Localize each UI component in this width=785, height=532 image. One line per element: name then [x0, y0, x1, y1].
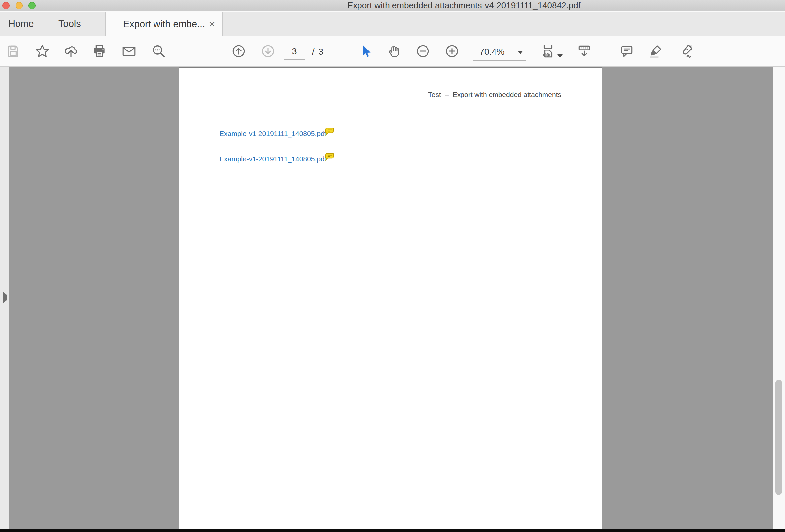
sticky-note-icon[interactable] — [325, 127, 335, 137]
fill-sign-button[interactable] — [677, 43, 694, 60]
printer-icon — [92, 44, 107, 60]
previous-page-button[interactable] — [230, 43, 247, 60]
email-button[interactable] — [121, 43, 138, 60]
star-icon — [35, 44, 50, 60]
scrolling-mode-icon — [577, 44, 592, 60]
minus-circle-icon — [415, 44, 430, 60]
page-count-label: / 3 — [312, 44, 324, 60]
page-scrolling-button[interactable] — [576, 43, 593, 60]
search-button[interactable] — [150, 43, 167, 60]
print-button[interactable] — [91, 43, 108, 60]
save-icon — [6, 44, 21, 60]
attachment-link[interactable]: Example-v1-20191111_140805.pdf — [220, 155, 334, 165]
page-number-input[interactable]: 3 — [283, 44, 305, 60]
fit-width-icon — [540, 44, 556, 60]
fill-sign-pen-icon — [678, 44, 693, 60]
hand-tool-button[interactable] — [386, 43, 403, 60]
plus-circle-icon — [444, 44, 459, 60]
comment-button[interactable] — [618, 43, 635, 60]
arrow-up-circle-icon — [231, 44, 246, 60]
zoom-level-value: 70.4% — [479, 47, 505, 57]
tab-document-label: Export with embe... — [123, 19, 205, 30]
save-button[interactable] — [5, 43, 22, 60]
sticky-note-icon[interactable] — [325, 152, 335, 162]
fit-width-caret-icon — [557, 54, 562, 58]
tab-close-button[interactable]: × — [206, 18, 218, 30]
highlight-button[interactable] — [647, 43, 664, 60]
document-viewport: Test – Export with embedded attachments … — [0, 67, 785, 532]
expand-arrow-icon — [3, 292, 7, 304]
page-separator: / — [312, 47, 315, 57]
next-page-button[interactable] — [259, 43, 277, 60]
search-ellipsis-icon — [151, 44, 167, 60]
main-toolbar: 3 / 3 70.4% — [0, 36, 785, 67]
favorite-button[interactable] — [34, 43, 51, 60]
cursor-arrow-icon — [358, 44, 373, 60]
traffic-minimize-button[interactable] — [16, 2, 23, 9]
traffic-close-button[interactable] — [2, 2, 9, 9]
expand-sidebar-button[interactable] — [1, 294, 8, 301]
attachment-link-label: Example-v1-20191111_140805.pdf — [220, 155, 326, 163]
window-bottom-edge — [0, 529, 785, 532]
zoom-in-button[interactable] — [444, 43, 460, 60]
cloud-upload-icon — [64, 44, 79, 60]
vertical-scrollbar[interactable] — [773, 67, 785, 529]
highlighter-icon — [648, 44, 663, 60]
traffic-zoom-button[interactable] — [28, 2, 36, 9]
zoom-out-button[interactable] — [414, 43, 431, 60]
select-tool-button[interactable] — [357, 43, 374, 60]
hand-icon — [387, 44, 402, 60]
zoom-level-dropdown[interactable]: 70.4% — [473, 44, 526, 61]
tab-document[interactable]: Export with embe... × — [105, 12, 223, 36]
envelope-icon — [122, 44, 137, 60]
pdf-page: Test – Export with embedded attachments … — [179, 68, 602, 529]
chevron-down-icon — [517, 51, 523, 54]
tab-tools[interactable]: Tools — [58, 11, 81, 36]
attachment-link-label: Example-v1-20191111_140805.pdf — [220, 130, 326, 137]
page-header-text: Test – Export with embedded attachments — [428, 91, 561, 99]
tab-bar: Home Tools Export with embe... × — [0, 11, 785, 36]
window-titlebar: Export with embedded attachments-v4-2019… — [0, 0, 785, 11]
tab-home[interactable]: Home — [8, 11, 34, 36]
total-pages: 3 — [318, 47, 324, 57]
comment-bubble-icon — [619, 44, 634, 60]
fit-width-button[interactable] — [539, 43, 557, 60]
arrow-down-circle-icon — [260, 44, 276, 60]
window-title: Export with embedded attachments-v4-2019… — [347, 0, 581, 11]
toolbar-divider — [605, 41, 605, 62]
attachment-link[interactable]: Example-v1-20191111_140805.pdf — [220, 130, 334, 140]
share-upload-button[interactable] — [62, 43, 80, 60]
acrobat-window: Export with embedded attachments-v4-2019… — [0, 0, 785, 532]
scrollbar-thumb[interactable] — [776, 380, 782, 495]
